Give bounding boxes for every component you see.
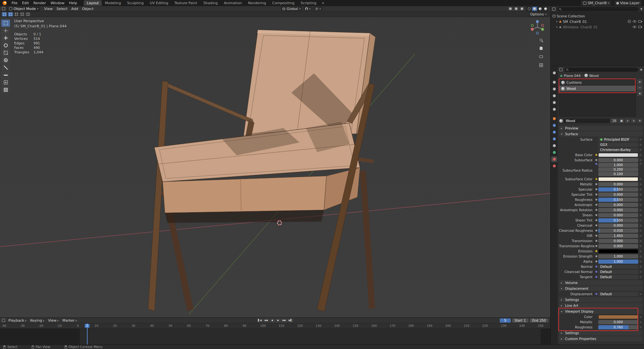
timeline-track-area[interactable]: -40-30-20-100102030405060708090100110120… <box>0 323 550 344</box>
timeline-editor-type-icon[interactable] <box>2 319 5 322</box>
animate-decorator-icon[interactable] <box>638 189 643 190</box>
hide-in-viewport-icon[interactable] <box>633 20 636 23</box>
material-users-count[interactable]: 26 <box>611 118 618 123</box>
expand-icon[interactable]: ▸ <box>556 20 558 23</box>
workspace-tab-scripting[interactable]: Scripting <box>298 0 319 6</box>
animate-decorator-icon[interactable] <box>638 276 643 278</box>
unlink-material-button[interactable]: × <box>631 118 636 123</box>
shading-material-preview-button[interactable] <box>537 7 543 11</box>
transform-orientation-dropdown[interactable]: Global ▾ <box>280 6 302 11</box>
selectable-checkbox-icon[interactable]: ✓ <box>628 20 631 23</box>
breadcrumb-object[interactable]: Plane.044 <box>564 74 581 78</box>
animate-decorator-icon[interactable] <box>638 139 643 140</box>
link-dropdown[interactable]: Default <box>598 270 638 274</box>
frame-end-field[interactable]: End 250 <box>530 318 548 323</box>
properties-tab-view-layer[interactable] <box>551 93 557 99</box>
menu-window[interactable]: Window <box>48 1 67 5</box>
select-mode-new-button[interactable] <box>8 12 13 16</box>
chair-model[interactable] <box>148 30 375 312</box>
slider-field[interactable]: 0.000 <box>598 208 638 212</box>
viewport-canvas[interactable]: User Perspective (5) SM_ChairB_01 | Plan… <box>0 17 550 317</box>
animate-decorator-icon[interactable] <box>638 261 643 262</box>
color-swatch[interactable] <box>598 153 638 157</box>
slider-field[interactable]: 0.500 <box>598 218 638 222</box>
section-viewport-display[interactable]: ▾Viewport Display <box>559 309 643 314</box>
animate-decorator-icon[interactable] <box>638 163 643 165</box>
vector-component-field[interactable]: 0.100 <box>598 172 638 176</box>
jump-to-end-button[interactable]: ▶▌ <box>288 318 293 323</box>
slider-field[interactable]: 0.500 <box>598 187 638 192</box>
link-dropdown[interactable]: Default <box>598 265 638 269</box>
tool-add-primitive-button[interactable] <box>1 79 10 86</box>
animate-decorator-icon[interactable] <box>638 271 643 273</box>
slider-field[interactable]: 0.760 <box>598 325 638 329</box>
shading-wireframe-button[interactable] <box>526 7 532 11</box>
outliner-search-input[interactable] <box>557 7 639 11</box>
animate-decorator-icon[interactable] <box>638 240 643 242</box>
animate-decorator-icon[interactable] <box>638 199 643 201</box>
animate-decorator-icon[interactable] <box>638 321 643 323</box>
slider-field[interactable]: 0.000 <box>598 320 638 324</box>
animate-decorator-icon[interactable] <box>638 266 643 268</box>
color-swatch[interactable] <box>598 177 638 181</box>
properties-tab-constraints[interactable] <box>551 143 557 148</box>
blender-logo-icon[interactable] <box>3 1 7 5</box>
properties-tab-object-data[interactable] <box>551 150 557 155</box>
slider-field[interactable]: 0.000 <box>598 223 638 228</box>
number-field[interactable]: 1.000 <box>598 254 638 259</box>
animate-decorator-icon[interactable] <box>638 250 643 252</box>
new-material-button[interactable]: + <box>625 118 630 123</box>
tool-transform-button[interactable] <box>1 57 10 64</box>
animate-decorator-icon[interactable] <box>638 326 643 328</box>
select-mode-subtract-button[interactable] <box>20 12 24 16</box>
menu-file[interactable]: File <box>9 1 20 5</box>
select-mode-extend-button[interactable] <box>14 12 19 16</box>
zoom-button[interactable] <box>538 37 544 43</box>
menu-help[interactable]: Help <box>67 1 79 5</box>
viewport-menu-add[interactable]: Add <box>69 7 80 11</box>
timeline-ruler[interactable]: -40-30-20-100102030405060708090100110120… <box>0 323 550 329</box>
section-settings[interactable]: ▸Settings <box>559 330 643 335</box>
animate-decorator-icon[interactable] <box>638 154 643 156</box>
section-displacement[interactable]: ▾Displacement <box>559 286 643 291</box>
vector-component-field[interactable]: 1.000 <box>598 163 638 167</box>
section-settings[interactable]: ▸Settings <box>559 297 643 302</box>
tool-rotate-button[interactable] <box>1 42 10 49</box>
scene-collection-row[interactable]: Scene Collection <box>552 13 643 19</box>
expand-icon[interactable]: ▸ <box>556 25 558 28</box>
animate-decorator-icon[interactable] <box>638 184 643 185</box>
material-slot-cushions[interactable]: Cushions <box>559 80 636 86</box>
toggle-xray-button[interactable] <box>519 7 524 11</box>
section-line-art[interactable]: ▸Line Art <box>559 303 643 308</box>
navigation-gizmo[interactable] <box>530 19 545 34</box>
viewport-menu-object[interactable]: Object <box>80 7 96 11</box>
outliner-editor-type-icon[interactable] <box>552 7 555 11</box>
slider-field[interactable]: 0.000 <box>598 182 638 186</box>
add-workspace-button[interactable]: + <box>319 0 327 6</box>
link-dropdown[interactable]: Default <box>598 292 638 296</box>
hide-in-viewport-icon[interactable] <box>633 26 636 28</box>
animate-decorator-icon[interactable] <box>638 245 643 247</box>
tool-cursor-button[interactable] <box>1 27 10 34</box>
add-slot-button[interactable]: + <box>637 79 643 84</box>
workspace-tab-sculpting[interactable]: Sculpting <box>124 0 147 6</box>
outliner-row-Whitebox_ChairB_01[interactable]: ▸Whitebox_ChairB_01 <box>552 24 643 30</box>
playhead-frame-label[interactable]: 5 <box>85 324 90 328</box>
animate-decorator-icon[interactable] <box>638 214 643 216</box>
slider-field[interactable]: 0.000 <box>598 239 638 243</box>
properties-search-input[interactable] <box>564 68 638 72</box>
tool-scale-button[interactable] <box>1 49 10 56</box>
next-keyframe-button[interactable]: ▶▶ <box>281 318 287 323</box>
slider-field[interactable]: 0.000 <box>598 244 638 248</box>
material-specials-button[interactable]: ▾ <box>637 118 642 123</box>
timeline-body[interactable] <box>0 329 550 344</box>
animate-decorator-icon[interactable] <box>638 144 643 146</box>
properties-editor-type-icon[interactable] <box>559 68 563 71</box>
enum-dropdown[interactable]: Christensen-Burley <box>598 148 638 152</box>
select-mode-invert-button[interactable] <box>25 12 30 16</box>
axis-y-handle[interactable] <box>541 28 544 31</box>
slot-specials-button[interactable]: ▾ <box>637 91 643 96</box>
snap-dropdown[interactable]: ▾ <box>303 7 312 11</box>
properties-tab-material[interactable] <box>551 156 557 162</box>
enum-dropdown[interactable]: Principled BSDF <box>598 137 638 142</box>
